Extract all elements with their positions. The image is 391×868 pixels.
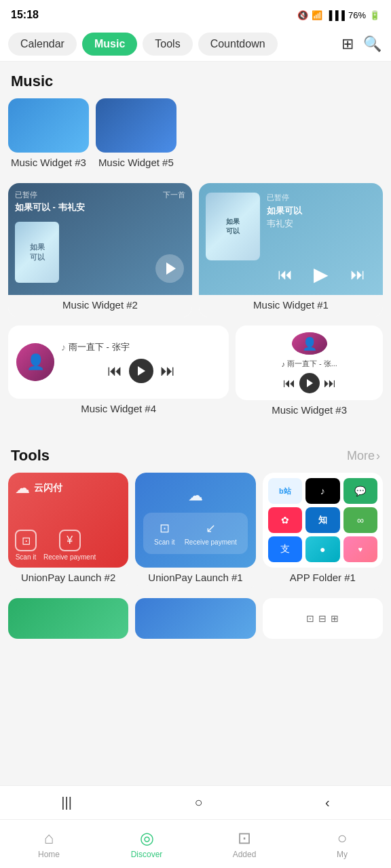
tools-section: Tools More › ☁ 云闪付 ⊡ (0, 436, 391, 652)
unionpay-launch-2-card[interactable]: ☁ 云闪付 ⊡ Scan it ¥ Receive payment (8, 473, 128, 590)
partial-gray-card[interactable]: ⊡ ⊟ ⊞ (263, 598, 383, 639)
app-red-icon: ✿ (268, 507, 302, 533)
widget1-controls: ⏮ ▶ ⏭ (267, 263, 376, 285)
widget3-controls: ⏮ ⏭ (283, 373, 336, 393)
my-icon: ○ (337, 829, 348, 848)
tools-more-label: More (347, 449, 375, 463)
partial-blue-card[interactable] (135, 598, 255, 639)
music-widget-1-card[interactable]: 如果可以 已暂停 如果可以 韦礼安 ⏮ ▶ ⏭ Music Widget #1 (199, 183, 383, 317)
status-icons: 🔇 📶 ▐▐▐ 76% 🔋 (297, 10, 380, 20)
tools-section-header: Tools More › (0, 447, 391, 473)
widget4-play-button[interactable] (129, 359, 153, 383)
music-widget-2-card[interactable]: 已暂停 如果可以 - 韦礼安 下一首 如果可以 (8, 183, 192, 317)
nav-added[interactable]: ⊡ Added (196, 820, 293, 868)
unionpay2-receive-label: Receive payment (43, 553, 96, 561)
unionpay2-receive-icon: ¥ (59, 530, 81, 551)
status-bar: 15:18 🔇 📶 ▐▐▐ 76% 🔋 (0, 0, 391, 27)
widget1-prev-button[interactable]: ⏮ (275, 266, 295, 283)
widget1-play-button[interactable]: ▶ (311, 263, 331, 285)
app-tiktok-icon: ♪ (305, 478, 339, 504)
added-icon: ⊡ (238, 829, 251, 848)
android-home-button[interactable]: ○ (194, 795, 202, 810)
widget3-song: ♪ 雨一直下 - 张... (281, 359, 337, 369)
nav-my[interactable]: ○ My (293, 820, 391, 868)
widget4-next-button[interactable]: ⏭ (160, 362, 175, 380)
unionpay1-receive-action: ↙ Receive payment (185, 521, 237, 546)
tools-more-button[interactable]: More › (347, 449, 380, 463)
unionpay1-logo-icon: ☁ (188, 487, 203, 505)
music-widget-3-label: Music Widget #3 (236, 400, 383, 422)
unionpay1-label: UnionPay Launch #1 (135, 568, 255, 590)
unionpay2-scan-action: ⊡ Scan it (15, 530, 37, 561)
widget4-controls: ⏮ ⏭ (61, 359, 221, 383)
widget2-play-button[interactable] (155, 254, 184, 283)
app-teal-icon: ● (305, 536, 339, 562)
tab-icons: ⊞ 🔍 (340, 34, 383, 54)
unionpay2-logo-text: 云闪付 (34, 482, 62, 494)
wifi-icon: 📶 (312, 10, 322, 20)
search-icon[interactable]: 🔍 (362, 34, 383, 54)
music-note-icon: ♪ (61, 342, 66, 353)
music-widget-3-card[interactable]: 👤 ♪ 雨一直下 - 张... ⏮ ⏭ (236, 326, 383, 422)
widget4-avatar: 👤 (16, 343, 54, 381)
discover-icon: ◎ (140, 829, 154, 848)
tab-calendar[interactable]: Calendar (8, 33, 77, 56)
bottom-nav: ⌂ Home ◎ Discover ⊡ Added ○ My (0, 819, 391, 868)
partial-green-card[interactable] (8, 598, 128, 639)
tools-grid: ☁ 云闪付 ⊡ Scan it ¥ Receive payment (0, 473, 391, 598)
unionpay1-inner: ⊡ Scan it ↙ Receive payment (143, 513, 248, 554)
music-widget-2-label: Music Widget #2 (8, 295, 192, 317)
music-top-row: Music Widget #3 Music Widget #5 (0, 98, 391, 183)
music-middle-row: 已暂停 如果可以 - 韦礼安 下一首 如果可以 (0, 183, 391, 326)
music-note-icon-2: ♪ (281, 360, 285, 368)
nav-discover[interactable]: ◎ Discover (98, 820, 196, 868)
music-widget-4-card[interactable]: 👤 ♪ 雨一直下 - 张宇 ⏮ (8, 326, 229, 422)
unionpay-launch-1-card[interactable]: ☁ ⊡ Scan it ↙ Receive payment (135, 473, 255, 590)
mute-icon: 🔇 (297, 10, 308, 20)
widget2-status: 已暂停 (15, 190, 85, 200)
android-recent-button[interactable]: ||| (61, 795, 72, 810)
unionpay1-scan-label: Scan it (154, 538, 175, 546)
partial-icon-3: ⊞ (331, 613, 339, 624)
music-section-title: Music (0, 73, 391, 98)
app-zhihu-icon: 知 (305, 507, 339, 533)
widget3-play-button[interactable] (299, 373, 320, 393)
tools-partial-row: ⊡ ⊟ ⊞ (0, 598, 391, 647)
music-widget-3-top-card[interactable]: Music Widget #3 (8, 98, 89, 175)
widget1-next-button[interactable]: ⏭ (348, 266, 368, 283)
tab-countdown[interactable]: Countdown (198, 33, 278, 56)
app-green2-icon: ∞ (343, 507, 377, 533)
status-time: 15:18 (11, 9, 39, 21)
tab-bar: Calendar Music Tools Countdown ⊞ 🔍 (0, 27, 391, 62)
android-back-button[interactable]: ‹ (325, 795, 330, 810)
widget4-prev-button[interactable]: ⏮ (107, 362, 122, 380)
widget2-next: 下一首 (163, 190, 185, 200)
tab-music[interactable]: Music (82, 33, 137, 56)
widget3-avatar: 👤 (292, 332, 327, 355)
music-widget-3-top-label: Music Widget #3 (8, 153, 89, 175)
nav-added-label: Added (233, 850, 257, 859)
app-folder-1-card[interactable]: b站 ♪ 💬 ✿ 知 ∞ 支 ● ♥ APP Folder #1 (263, 473, 383, 590)
unionpay1-scan-action: ⊡ Scan it (154, 521, 175, 546)
widget3-prev-button[interactable]: ⏮ (283, 376, 295, 391)
partial-icon-2: ⊟ (318, 613, 327, 624)
widget1-album-art: 如果可以 (206, 193, 260, 260)
nav-home[interactable]: ⌂ Home (0, 820, 98, 868)
widget1-title: 如果可以 (267, 205, 376, 217)
widget1-status: 已暂停 (267, 193, 376, 203)
tools-section-title: Tools (11, 447, 50, 465)
music-widget-1-label: Music Widget #1 (199, 295, 383, 317)
app-folder-grid: b站 ♪ 💬 ✿ 知 ∞ 支 ● ♥ (263, 473, 383, 568)
unionpay2-scan-label: Scan it (16, 553, 37, 561)
music-section: Music Music Widget #3 Music Widget #5 已暂… (0, 62, 391, 436)
widget2-song: 如果可以 - 韦礼安 (15, 201, 85, 214)
unionpay1-receive-label: Receive payment (185, 538, 237, 546)
music-widget-5-top-card[interactable]: Music Widget #5 (96, 98, 176, 175)
android-nav-bar: ||| ○ ‹ (0, 785, 391, 819)
grid-icon[interactable]: ⊞ (340, 34, 355, 54)
signal-icon: ▐▐▐ (326, 10, 345, 20)
tab-tools[interactable]: Tools (143, 33, 192, 56)
battery-text: 76% (348, 10, 366, 20)
app-folder-label: APP Folder #1 (263, 568, 383, 590)
widget3-next-button[interactable]: ⏭ (324, 376, 336, 391)
